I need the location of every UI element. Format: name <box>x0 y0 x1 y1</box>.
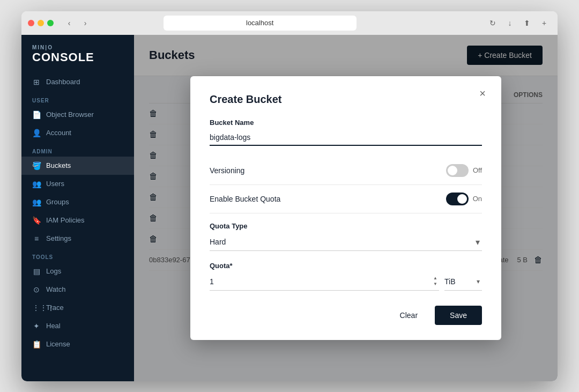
quota-type-select[interactable]: Hard Soft <box>210 233 482 251</box>
quota-increment-button[interactable]: ▲ <box>432 276 439 281</box>
sidebar-item-groups[interactable]: 👥 Groups <box>21 193 134 211</box>
sidebar-section-tools: TOOLS <box>21 248 134 262</box>
share-button[interactable]: ⬆ <box>520 16 534 30</box>
versioning-toggle[interactable] <box>446 164 469 177</box>
sidebar-label-logs: Logs <box>46 267 61 275</box>
address-bar[interactable]: localhost <box>164 16 357 31</box>
browser-navigation: ‹ › <box>62 16 92 30</box>
logs-icon: ▤ <box>32 267 41 276</box>
app-content: MIN|O CONSOLE ⊞ Dashboard USER 📄 Object … <box>21 35 558 381</box>
refresh-button[interactable]: ↻ <box>486 16 500 30</box>
quota-toggle-group: On <box>446 193 482 205</box>
modal-actions: Clear Save <box>210 306 482 325</box>
quota-unit-select[interactable]: KiB MiB GiB TiB PiB <box>444 273 482 290</box>
traffic-lights <box>28 20 54 26</box>
quota-field: Quota* ▲ ▼ KiB <box>210 262 482 291</box>
app-name: CONSOLE <box>32 50 123 64</box>
quota-type-field: Quota Type Hard Soft <box>210 222 482 251</box>
new-tab-button[interactable]: + <box>537 16 551 30</box>
maximize-window-button[interactable] <box>47 20 54 26</box>
settings-icon: ≡ <box>32 234 41 243</box>
sidebar-section-user: USER <box>21 91 134 106</box>
users-icon: 👥 <box>32 180 41 188</box>
file-icon: 📄 <box>32 110 41 119</box>
download-button[interactable]: ↓ <box>503 16 517 30</box>
sidebar-item-trace[interactable]: ⋮⋮⋮ Trace <box>21 299 134 317</box>
bucket-icon: 🪣 <box>32 161 41 170</box>
sidebar-label-watch: Watch <box>46 285 65 293</box>
sidebar-label-users: Users <box>46 180 64 188</box>
sidebar-label-dashboard: Dashboard <box>46 78 80 86</box>
license-icon: 📋 <box>32 340 41 349</box>
heal-icon: ✦ <box>32 322 41 330</box>
modal-overlay: × Create Bucket Bucket Name Versioning O… <box>134 35 558 381</box>
save-button[interactable]: Save <box>435 306 482 325</box>
modal-title: Create Bucket <box>210 93 482 106</box>
versioning-label: Versioning <box>210 166 244 175</box>
quota-type-label: Quota Type <box>210 222 482 230</box>
browser-actions: ↻ ↓ ⬆ + <box>486 16 551 30</box>
sidebar-item-watch[interactable]: ⊙ Watch <box>21 280 134 299</box>
versioning-toggle-group: Off <box>446 164 482 177</box>
trace-icon: ⋮⋮⋮ <box>32 304 41 312</box>
sidebar-item-account[interactable]: 👤 Account <box>21 124 134 142</box>
versioning-state-text: Off <box>473 166 482 174</box>
bucket-name-label: Bucket Name <box>210 119 482 127</box>
sidebar-item-dashboard[interactable]: ⊞ Dashboard <box>21 73 134 91</box>
sidebar-label-settings: Settings <box>46 234 71 242</box>
sidebar-item-logs[interactable]: ▤ Logs <box>21 262 134 280</box>
quota-type-select-wrapper: Hard Soft <box>210 233 482 251</box>
sidebar-item-buckets[interactable]: 🪣 Buckets <box>21 157 134 175</box>
sidebar-section-admin: ADMIN <box>21 142 134 157</box>
main-area: Buckets + Create Bucket Options 🗑 🗑 🗑 <box>134 35 558 381</box>
quota-label: Quota* <box>210 262 482 270</box>
sidebar-item-settings[interactable]: ≡ Settings <box>21 230 134 248</box>
sidebar-label-heal: Heal <box>46 322 61 330</box>
quota-number-input[interactable] <box>210 273 432 290</box>
sidebar-item-iam-policies[interactable]: 🔖 IAM Policies <box>21 211 134 230</box>
forward-button[interactable]: › <box>78 16 92 30</box>
groups-icon: 👥 <box>32 198 41 206</box>
bucket-name-field: Bucket Name <box>210 119 482 146</box>
quota-decrement-button[interactable]: ▼ <box>432 282 439 287</box>
dashboard-icon: ⊞ <box>32 78 41 86</box>
watch-icon: ⊙ <box>32 285 41 294</box>
minimize-window-button[interactable] <box>38 20 44 26</box>
close-window-button[interactable] <box>28 20 34 26</box>
quota-state-text: On <box>473 195 482 203</box>
clear-button[interactable]: Clear <box>389 306 428 325</box>
enable-quota-row: Enable Bucket Quota On <box>210 185 482 213</box>
sidebar: MIN|O CONSOLE ⊞ Dashboard USER 📄 Object … <box>21 35 134 381</box>
quota-spinners: ▲ ▼ <box>432 276 439 287</box>
policy-icon: 🔖 <box>32 216 41 225</box>
sidebar-label-trace: Trace <box>46 304 64 312</box>
bucket-name-input[interactable] <box>210 130 482 146</box>
sidebar-item-object-browser[interactable]: 📄 Object Browser <box>21 106 134 124</box>
sidebar-label-buckets: Buckets <box>46 161 71 169</box>
quota-input-row: ▲ ▼ KiB MiB GiB TiB PiB <box>210 273 482 291</box>
sidebar-label-groups: Groups <box>46 198 69 206</box>
browser-titlebar: ‹ › localhost ↻ ↓ ⬆ + <box>21 11 558 35</box>
sidebar-label-license: License <box>46 340 70 348</box>
quota-toggle[interactable] <box>446 193 469 205</box>
quota-number-wrapper: ▲ ▼ <box>210 273 439 291</box>
quota-unit-wrapper: KiB MiB GiB TiB PiB <box>444 273 482 291</box>
sidebar-item-heal[interactable]: ✦ Heal <box>21 317 134 335</box>
create-bucket-modal: × Create Bucket Bucket Name Versioning O… <box>190 76 501 340</box>
enable-quota-label: Enable Bucket Quota <box>210 195 280 203</box>
sidebar-logo: MIN|O CONSOLE <box>21 35 134 73</box>
sidebar-label-iam-policies: IAM Policies <box>46 216 85 224</box>
sidebar-item-license[interactable]: 📋 License <box>21 335 134 353</box>
brand-logo: MIN|O <box>32 45 123 50</box>
url-text: localhost <box>246 19 273 27</box>
sidebar-item-users[interactable]: 👥 Users <box>21 175 134 193</box>
versioning-row: Versioning Off <box>210 157 482 185</box>
sidebar-label-account: Account <box>46 129 71 137</box>
account-icon: 👤 <box>32 129 41 137</box>
back-button[interactable]: ‹ <box>62 16 76 30</box>
sidebar-label-object-browser: Object Browser <box>46 110 94 119</box>
modal-close-button[interactable]: × <box>474 86 491 102</box>
